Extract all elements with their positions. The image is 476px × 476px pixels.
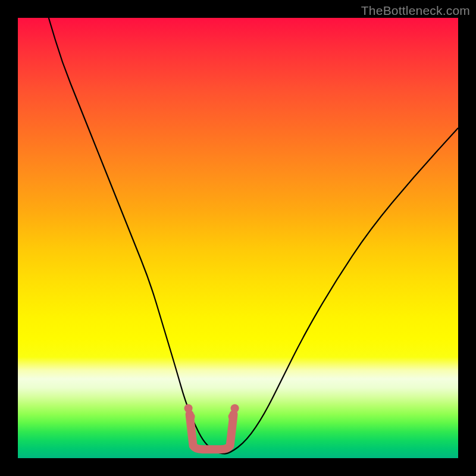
- watermark-text: TheBottleneck.com: [361, 4, 470, 18]
- optimal-range-marker: [190, 414, 234, 449]
- marker-dot: [184, 404, 193, 412]
- chart-frame: TheBottleneck.com: [0, 0, 476, 476]
- bottleneck-curve: [49, 18, 458, 454]
- plot-area: [18, 18, 458, 458]
- marker-dot: [187, 412, 195, 421]
- curve-layer: [18, 18, 458, 458]
- marker-dot: [231, 404, 239, 412]
- marker-dots: [184, 404, 239, 421]
- marker-dot: [228, 412, 237, 421]
